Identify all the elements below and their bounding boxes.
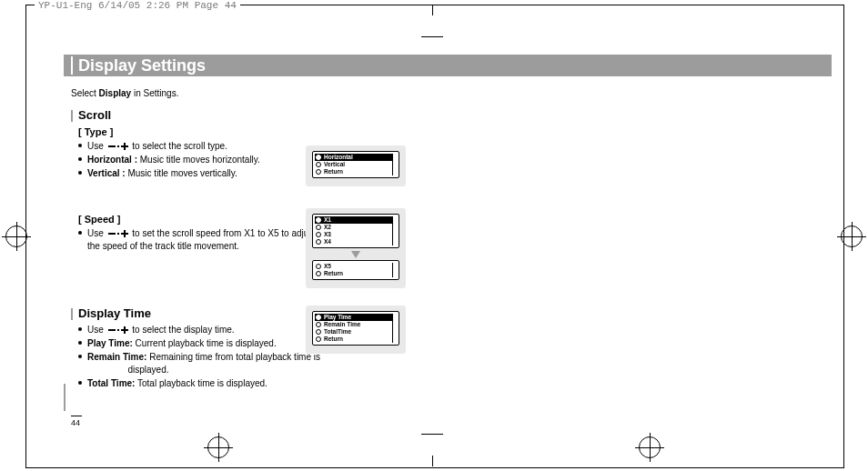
text: Use [87,325,106,335]
crop-mark [421,36,443,37]
intro-pre: Select [71,88,99,98]
text: Use [87,228,106,238]
list-item: Total Time: Total playback time is displ… [78,377,426,390]
svg-rect-9 [117,329,119,331]
intro-post: in Settings. [131,88,178,98]
figure-display-time: Play Time Remain Time TotalTime Return [306,306,406,354]
text: to select the display time. [132,325,234,335]
intro-bold: Display [99,88,132,98]
crop-mark [432,456,433,466]
scrollbar-icon [392,216,397,246]
menu-row: X4 [315,238,392,246]
figure-scroll-speed: X1 X2 X3 X4 X5 Return [306,208,406,288]
menu-item-label: Play Time [324,314,351,321]
label: Total Time: [87,378,135,388]
menu-item-label: X4 [324,238,331,246]
registration-mark [207,436,229,458]
svg-rect-8 [108,329,116,331]
text: to select the scroll type. [132,141,227,151]
svg-rect-1 [117,145,119,147]
menu-row: Return [315,270,392,277]
svg-rect-4 [108,233,116,235]
svg-rect-3 [124,143,126,150]
figure-column: Horizontal Vertical Return X1 X2 X3 X4 [306,145,406,297]
menu-row-selected: Horizontal [315,154,392,161]
menu-item-label: X5 [324,263,331,270]
minus-plus-icon [108,230,128,237]
label: Horizontal : [87,155,137,165]
menu-item-label: Return [324,270,343,277]
registration-mark [841,225,863,247]
menu-row: X3 [315,231,392,238]
text: Music title moves vertically. [126,168,237,178]
svg-rect-7 [124,230,126,237]
label: Play Time: [87,338,133,348]
text: the speed of the track title movement. [87,241,239,251]
text: Use [87,141,106,151]
svg-rect-11 [124,326,126,334]
page-number-rule [64,384,66,411]
svg-rect-5 [117,233,119,235]
crop-mark [432,5,433,15]
menu-item-label: TotalTime [324,328,351,336]
menu-item-label: Vertical [324,161,345,168]
menu-item-label: X3 [324,231,331,238]
title-separator [71,56,73,75]
menu-item-label: Return [324,168,343,175]
menu-row: Remain Time [315,321,392,328]
lcd-screen: X1 X2 X3 X4 [312,214,399,248]
figure-column-2: Play Time Remain Time TotalTime Return [306,306,406,363]
text: Current playback time is displayed. [133,338,277,348]
menu-row-selected: Play Time [315,314,392,321]
menu-item-label: Horizontal [324,154,353,161]
text: Remaining time from total playback time … [146,352,320,362]
menu-row: Return [315,336,392,343]
minus-plus-icon [108,326,128,334]
menu-item-label: X2 [324,224,331,231]
figure-scroll-type: Horizontal Vertical Return [306,145,406,186]
svg-rect-0 [108,145,116,147]
page-title: Display Settings [78,55,206,76]
text: to set the scroll speed from X1 to X5 to… [132,228,316,238]
menu-row: Vertical [315,161,392,168]
menu-row-selected: X1 [315,216,392,224]
lcd-screen: X5 Return [312,260,399,280]
lcd-screen: Horizontal Vertical Return [312,151,399,178]
minus-plus-icon [108,143,128,150]
menu-row: X2 [315,224,392,231]
down-arrow-icon [351,251,360,258]
menu-row: Return [315,168,392,175]
text: Total playback time is displayed. [135,378,267,388]
menu-item-label: Remain Time [324,321,360,328]
registration-mark [639,436,661,458]
menu-item-label: X1 [324,216,331,224]
scrollbar-icon [392,154,397,175]
lcd-screen: Play Time Remain Time TotalTime Return [312,311,399,346]
text: Music title moves horizontally. [137,155,260,165]
label: Remain Time: [87,352,146,362]
intro-text: Select Display in Settings. [71,87,426,100]
slug-line: YP-U1-Eng 6/14/05 2:26 PM Page 44 [35,0,240,11]
subheading-type: [ Type ] [78,125,426,138]
menu-row: X5 [315,263,392,270]
menu-item-label: Return [324,336,343,343]
scrollbar-icon [392,314,397,343]
page-number: 44 [71,416,82,427]
scrollbar-icon [392,263,397,277]
heading-scroll: Scroll [71,109,426,122]
text: displayed. [127,365,168,375]
registration-mark [5,225,27,247]
menu-row: TotalTime [315,328,392,336]
label: Vertical : [87,168,126,178]
crop-mark [421,434,443,435]
